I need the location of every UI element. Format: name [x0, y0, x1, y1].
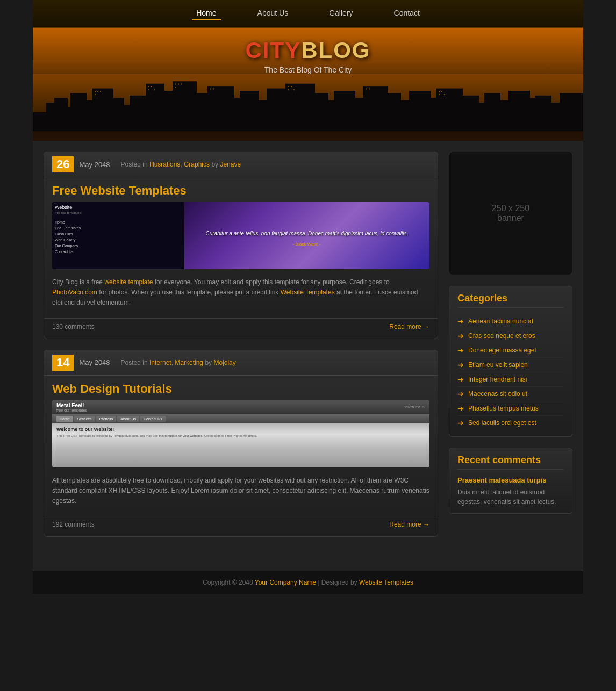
svg-rect-49	[178, 84, 179, 85]
post-2-cat1[interactable]: Internet	[149, 359, 171, 366]
nav-contact[interactable]: Contact	[390, 6, 424, 20]
post-1-month: May 2048	[79, 161, 110, 169]
cat-link-1[interactable]: Cras sed neque et eros	[468, 332, 535, 340]
category-item: ➔ Sed iaculis orci eget est	[457, 416, 564, 430]
tmpl2-nav-contact: Contact Us	[140, 416, 166, 422]
tmpl2-title: Metal Feel!	[56, 402, 87, 408]
cat-arrow-4: ➔	[457, 375, 464, 384]
page-wrapper: 26 May 2048 Posted in Illusrations, Grap…	[33, 141, 583, 571]
post-2-read-more[interactable]: Read more	[389, 521, 429, 528]
category-item: ➔ Integer hendrerit nisi	[457, 372, 564, 387]
cat-link-2[interactable]: Donec eget massa eget	[468, 347, 536, 354]
svg-rect-50	[181, 84, 182, 85]
svg-rect-63	[444, 94, 445, 95]
title-city: CITY	[246, 38, 302, 63]
content-wrap: 26 May 2048 Posted in Illusrations, Grap…	[44, 152, 572, 548]
post-1-link2[interactable]: PhotoVaco.com	[52, 289, 97, 296]
tmpl2-nav: Home Services Portfolio About Us Contact…	[52, 414, 429, 423]
title-blog: BLOG	[301, 38, 370, 63]
svg-rect-54	[288, 86, 289, 87]
post-1-link1[interactable]: website template	[104, 278, 153, 286]
tmpl1-menu4: Our Company	[55, 243, 182, 248]
tmpl2-body: Welcome to our Website! This Free CSS Te…	[52, 423, 429, 441]
cat-link-6[interactable]: Phasellus tempus metus	[468, 405, 539, 412]
tmpl2-follow: follow me ☺	[404, 405, 425, 409]
tmpl1-sitename: Website	[55, 205, 182, 210]
categories-title: Categories	[457, 293, 564, 308]
tmpl1-sitesub: free css templates	[55, 211, 182, 214]
tmpl2-nav-portfolio: Portfolio	[96, 416, 117, 422]
svg-rect-57	[288, 89, 289, 90]
svg-rect-55	[291, 86, 292, 87]
cat-arrow-3: ➔	[457, 361, 464, 369]
post-1-cat2[interactable]: Graphics	[184, 161, 210, 168]
sidebar-banner: 250 x 250banner	[449, 152, 572, 275]
footer-template-link[interactable]: Website Templates	[359, 579, 413, 586]
svg-rect-53	[213, 89, 214, 90]
footer-company-link[interactable]: Your Company Name	[255, 579, 316, 586]
svg-rect-41	[97, 91, 98, 92]
svg-rect-45	[151, 86, 152, 87]
post-2-meta: Posted in Internet, Marketing by Mojolay	[121, 359, 236, 366]
cat-arrow-6: ➔	[457, 404, 464, 413]
tmpl1-menu3: Web Gallery	[55, 237, 182, 242]
post-2-image: Metal Feel! free css templates follow me…	[52, 400, 429, 467]
svg-rect-52	[210, 89, 211, 90]
post-1-cat1[interactable]: Illusrations	[149, 161, 180, 168]
nav-about[interactable]: About Us	[253, 6, 293, 20]
main-content: 26 May 2048 Posted in Illusrations, Grap…	[44, 152, 438, 548]
cat-link-0[interactable]: Aenean lacinia nunc id	[468, 318, 533, 325]
tmpl1-menu5: Contact Us	[55, 249, 182, 254]
tmpl1-menu0: Home	[55, 220, 182, 225]
svg-rect-51	[175, 87, 176, 88]
post-2-date-bar: 14 May 2048 Posted in Internet, Marketin…	[44, 350, 438, 376]
tmpl2-body-title: Welcome to our Website!	[56, 427, 425, 432]
post-1-meta: Posted in Illusrations, Graphics by Jena…	[121, 161, 241, 168]
tmpl1-quote: Curabitur a ante tellus, non feugiat mas…	[200, 225, 413, 242]
post-1-author[interactable]: Jenave	[220, 161, 241, 168]
cat-link-7[interactable]: Sed iaculis orci eget est	[468, 419, 536, 427]
cat-arrow-2: ➔	[457, 346, 464, 355]
svg-rect-61	[441, 91, 442, 92]
svg-rect-47	[154, 89, 155, 90]
cat-arrow-0: ➔	[457, 317, 464, 326]
tmpl2-sub: free css templates	[56, 408, 87, 412]
city-skyline	[33, 74, 583, 141]
category-item: ➔ Aenean lacinia nunc id	[457, 314, 564, 329]
post-2-footer: 192 comments Read more	[44, 516, 438, 528]
cat-arrow-5: ➔	[457, 390, 464, 398]
svg-rect-46	[148, 89, 149, 90]
cat-link-5[interactable]: Maecenas sit odio ut	[468, 390, 527, 398]
category-item: ➔ Etiam eu velit sapien	[457, 358, 564, 372]
post-1-day: 26	[52, 156, 74, 172]
svg-rect-62	[439, 94, 440, 95]
footer-copyright: Copyright © 2048	[203, 579, 253, 586]
svg-rect-60	[439, 91, 440, 92]
post-1-read-more[interactable]: Read more	[389, 323, 429, 330]
nav-gallery[interactable]: Gallery	[325, 6, 357, 20]
categories-section: Categories ➔ Aenean lacinia nunc id ➔ Cr…	[449, 286, 572, 437]
post-2-month: May 2048	[79, 358, 110, 366]
post-1-image: Website free css templates Home CSS Temp…	[52, 202, 429, 269]
nav-home[interactable]: Home	[192, 6, 220, 20]
post-1-comments: 130 comments	[52, 323, 95, 330]
post-1-body: City Blog is a free website template for…	[44, 275, 438, 314]
tmpl1-source: - Black Wave -	[293, 242, 321, 247]
cat-link-3[interactable]: Etiam eu velit sapien	[468, 361, 528, 369]
tmpl2-body-text: This Free CSS Template is provided by Te…	[56, 434, 425, 437]
tmpl1-menu2: Flash Files	[55, 232, 182, 236]
cat-link-4[interactable]: Integer hendrerit nisi	[468, 376, 527, 383]
site-footer: Copyright © 2048 Your Company Name | Des…	[33, 571, 583, 594]
post-1-link3[interactable]: Website Templates	[281, 289, 335, 296]
post-1-date-bar: 26 May 2048 Posted in Illusrations, Grap…	[44, 152, 438, 177]
category-item: ➔ Maecenas sit odio ut	[457, 387, 564, 401]
post-2-cat2[interactable]: Marketing	[175, 359, 203, 366]
recent-comment-title: Praesent malesuada turpis	[457, 476, 564, 484]
category-item: ➔ Cras sed neque et eros	[457, 329, 564, 343]
svg-rect-44	[148, 86, 149, 87]
svg-rect-42	[100, 91, 101, 92]
post-1: 26 May 2048 Posted in Illusrations, Grap…	[44, 152, 438, 339]
recent-comments-title: Recent comments	[457, 455, 564, 470]
recent-comments-section: Recent comments Praesent malesuada turpi…	[449, 448, 572, 514]
post-2-author[interactable]: Mojolay	[213, 359, 235, 366]
